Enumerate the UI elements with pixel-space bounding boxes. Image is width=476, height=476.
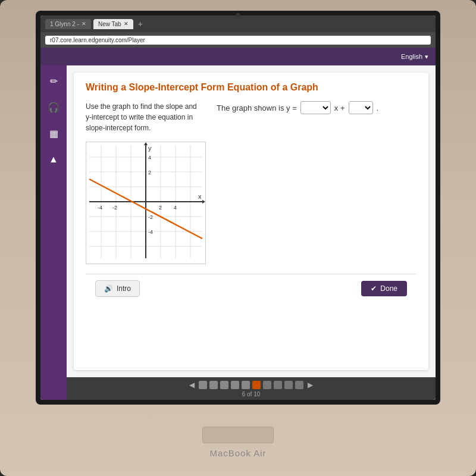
svg-text:y: y bbox=[148, 145, 152, 152]
done-button-label: Done bbox=[380, 284, 397, 293]
svg-text:2: 2 bbox=[148, 170, 151, 176]
dot-6[interactable] bbox=[252, 381, 261, 389]
trackpad[interactable] bbox=[202, 427, 274, 443]
tab-new-label: New Tab bbox=[98, 21, 121, 27]
sidebar: ✏ 🎧 ▦ ▲ bbox=[40, 65, 67, 400]
question-row: Use the graph to find the slope and y-in… bbox=[86, 101, 416, 133]
tab-new-close[interactable]: ✕ bbox=[124, 21, 129, 27]
chevron-down-icon: ▾ bbox=[425, 53, 428, 61]
tab-new[interactable]: New Tab ✕ bbox=[93, 19, 133, 29]
done-button[interactable]: ✔ Done bbox=[361, 281, 407, 296]
webcam bbox=[236, 13, 240, 18]
tab-glynn[interactable]: 1 Glynn 2 - ✕ bbox=[45, 19, 91, 29]
equation-period: . bbox=[377, 104, 379, 112]
prev-arrow[interactable]: ◀ bbox=[187, 381, 196, 389]
address-bar-row: r07.core.learn.edgenuity.com/Player bbox=[40, 32, 436, 48]
slope-select[interactable]: -1 -1/2 1/2 1 bbox=[300, 101, 331, 114]
svg-text:4: 4 bbox=[148, 155, 151, 161]
app-header: English ▾ bbox=[40, 48, 436, 65]
svg-text:-4: -4 bbox=[98, 205, 102, 211]
svg-text:-4: -4 bbox=[148, 229, 153, 235]
intro-button-label: Intro bbox=[117, 284, 131, 293]
svg-marker-17 bbox=[144, 142, 148, 145]
equation-area: The graph shown is y = -1 -1/2 1/2 1 x + bbox=[217, 101, 378, 114]
equation-x-plus: x + bbox=[334, 104, 345, 112]
checkmark-icon: ✔ bbox=[371, 284, 377, 293]
dot-1[interactable] bbox=[199, 381, 207, 389]
instruction-text: Use the graph to find the slope and y-in… bbox=[86, 101, 205, 133]
graph-container: x y -4 -2 2 4 4 2 bbox=[86, 142, 416, 264]
dot-9[interactable] bbox=[284, 381, 293, 389]
laptop-body: 1 Glynn 2 - ✕ New Tab ✕ + r07.core.learn… bbox=[0, 0, 476, 476]
intercept-select[interactable]: -4 -2 0 2 4 bbox=[349, 101, 373, 114]
macbook-label: MacBook Air bbox=[209, 448, 266, 458]
sidebar-icon-pen[interactable]: ✏ bbox=[45, 73, 62, 89]
lesson-title: Writing a Slope-Intercept Form Equation … bbox=[86, 82, 416, 93]
sidebar-icon-up[interactable]: ▲ bbox=[45, 151, 62, 168]
next-arrow[interactable]: ▶ bbox=[306, 381, 315, 389]
address-bar[interactable]: r07.core.learn.edgenuity.com/Player bbox=[45, 36, 431, 45]
dot-2[interactable] bbox=[209, 381, 218, 389]
language-selector[interactable]: English ▾ bbox=[401, 53, 428, 61]
lesson-card: Writing a Slope-Intercept Form Equation … bbox=[74, 73, 428, 370]
progress-label: 6 of 10 bbox=[242, 391, 261, 397]
screen-bezel: 1 Glynn 2 - ✕ New Tab ✕ + r07.core.learn… bbox=[36, 11, 440, 405]
intro-button[interactable]: 🔊 Intro bbox=[95, 280, 140, 297]
dot-3[interactable] bbox=[220, 381, 228, 389]
sidebar-icon-clipboard[interactable]: ▦ bbox=[45, 125, 62, 142]
svg-text:2: 2 bbox=[159, 205, 162, 211]
main-layout: ✏ 🎧 ▦ ▲ Writing a Slope-Intercept Form E… bbox=[40, 65, 436, 400]
svg-text:x: x bbox=[198, 193, 202, 200]
browser-tab-bar: 1 Glynn 2 - ✕ New Tab ✕ + bbox=[40, 15, 436, 32]
dot-5[interactable] bbox=[242, 381, 250, 389]
dot-4[interactable] bbox=[231, 381, 239, 389]
screen: 1 Glynn 2 - ✕ New Tab ✕ + r07.core.learn… bbox=[40, 15, 436, 400]
sidebar-icon-headphones[interactable]: 🎧 bbox=[45, 99, 62, 115]
content-area: Writing a Slope-Intercept Form Equation … bbox=[67, 65, 436, 400]
language-label: English bbox=[401, 53, 422, 60]
progress-bar-area: ◀ ▶ 6 of 10 bbox=[67, 377, 436, 400]
tab-glynn-label: 1 Glynn 2 - bbox=[50, 21, 79, 27]
dot-8[interactable] bbox=[274, 381, 282, 389]
svg-text:-2: -2 bbox=[112, 205, 117, 211]
svg-text:4: 4 bbox=[174, 205, 177, 211]
new-tab-button[interactable]: + bbox=[136, 19, 145, 29]
speaker-icon: 🔊 bbox=[104, 284, 113, 293]
graph-svg: x y -4 -2 2 4 4 2 bbox=[86, 142, 206, 264]
svg-text:-2: -2 bbox=[148, 214, 153, 220]
svg-marker-16 bbox=[202, 200, 205, 203]
progress-dots: ◀ ▶ bbox=[187, 381, 315, 389]
equation-prompt: The graph shown is y = bbox=[217, 104, 297, 112]
dot-7[interactable] bbox=[263, 381, 271, 389]
bottom-nav: 🔊 Intro ✔ Done bbox=[86, 274, 416, 303]
tab-glynn-close[interactable]: ✕ bbox=[82, 21, 86, 27]
dot-10[interactable] bbox=[295, 381, 303, 389]
